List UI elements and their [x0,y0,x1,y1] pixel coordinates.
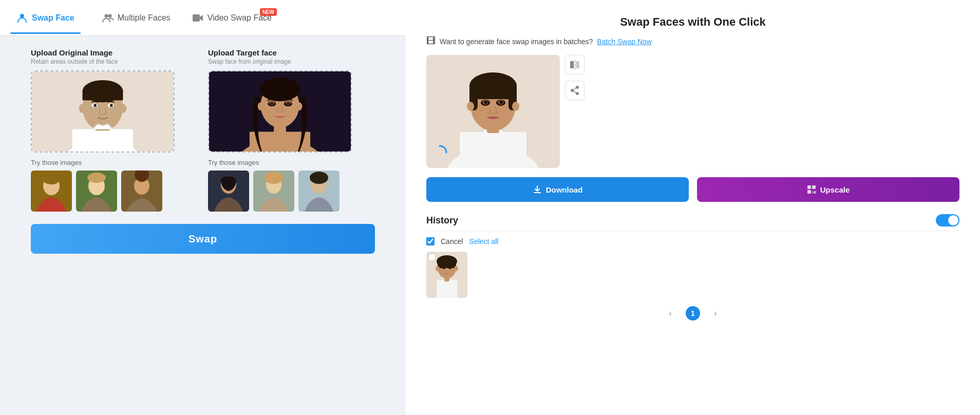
history-item-1[interactable] [426,252,467,298]
batch-icon: 🎞 [426,36,436,47]
svg-point-12 [120,104,127,113]
current-page: 1 [686,306,700,320]
upload-target-subtitle: Swap face from original image [208,58,375,65]
target-image-preview [209,70,351,153]
history-header: History [426,214,959,231]
svg-point-87 [436,266,440,271]
svg-point-90 [448,266,451,269]
upload-target-col: Upload Target face Swap face from origin… [208,48,375,212]
svg-point-88 [454,266,458,271]
svg-point-1 [104,14,108,17]
svg-point-31 [260,77,300,101]
svg-point-59 [467,102,474,111]
try-target-label: Try those images [208,159,375,166]
svg-rect-78 [812,185,816,189]
svg-point-41 [284,100,293,103]
swap-btn-wrap: Swap [0,212,406,266]
person-icon [16,12,28,24]
svg-point-19 [42,172,61,184]
original-image-preview [32,70,174,153]
svg-rect-68 [570,61,574,68]
history-cancel[interactable]: Cancel [441,237,463,246]
share-button[interactable] [565,81,585,100]
svg-rect-3 [193,14,200,22]
sample-target-3[interactable] [298,171,340,212]
batch-text: Want to generate face swap images in bat… [440,37,593,46]
svg-point-2 [108,14,111,17]
svg-point-11 [79,104,86,113]
svg-point-71 [576,86,579,89]
sample-original-3[interactable] [121,171,162,212]
batch-row: 🎞 Want to generate face swap images in b… [426,36,959,47]
next-page-button[interactable]: › [708,306,723,320]
svg-point-49 [310,172,328,184]
history-title: History [426,215,458,226]
svg-rect-86 [438,262,456,268]
svg-line-75 [574,91,576,93]
left-panel: Swap Face Multiple Faces Video Swap Fa [0,0,406,415]
upscale-button[interactable]: HD Upscale [697,177,959,202]
target-sample-images [208,171,375,212]
tab-swap-face-label: Swap Face [32,13,74,23]
right-panel: Swap Faces with One Click 🎞 Want to gene… [406,0,980,415]
tab-swap-face[interactable]: Swap Face [10,8,81,28]
upload-target-box[interactable] [208,70,352,153]
compare-button[interactable] [565,55,585,74]
tab-multiple-faces-label: Multiple Faces [118,13,171,23]
new-badge: NEW [260,8,277,16]
svg-line-74 [574,88,576,90]
svg-point-40 [267,100,276,103]
side-actions [565,55,585,100]
result-image-box [426,55,560,168]
video-icon [192,12,203,24]
upload-original-subtitle: Retain areas outside of the face [31,58,198,65]
svg-point-89 [442,266,445,269]
sample-original-1[interactable] [31,171,72,212]
tab-video-swap[interactable]: Video Swap Face NEW [192,12,272,24]
svg-point-60 [512,102,519,111]
svg-rect-10 [83,90,123,101]
try-original-label: Try those images [31,159,198,166]
action-buttons: Download HD Upscale [426,177,959,202]
svg-point-33 [296,102,303,110]
svg-rect-79 [807,190,811,194]
history-toggle[interactable] [936,214,959,227]
sample-target-1[interactable] [208,171,249,212]
batch-swap-link[interactable]: Batch Swap Now [597,37,652,46]
history-actions: Cancel Select all [426,237,959,246]
history-items-row [426,252,959,298]
upload-original-box[interactable] [31,70,175,153]
download-icon [533,185,542,194]
history-select-all[interactable]: Select all [469,237,499,246]
svg-rect-76 [534,192,541,193]
pagination: ‹ 1 › [426,306,959,320]
svg-text:HD: HD [812,191,816,194]
svg-point-72 [576,92,579,95]
svg-point-15 [93,104,97,107]
svg-point-16 [110,104,113,107]
svg-point-32 [258,102,264,110]
tab-multiple-faces[interactable]: Multiple Faces [96,8,177,28]
loading-spinner [431,144,448,163]
upload-target-title: Upload Target face [208,48,375,57]
download-button[interactable]: Download [426,177,689,202]
prev-page-button[interactable]: ‹ [663,306,677,320]
svg-point-65 [484,101,487,104]
svg-point-73 [571,89,574,92]
sample-target-2[interactable] [253,171,294,212]
result-area [426,55,959,168]
svg-rect-6 [72,129,133,153]
svg-rect-69 [576,61,579,68]
svg-rect-82 [437,280,457,298]
svg-point-0 [20,14,24,18]
original-sample-images [31,171,198,212]
multiple-people-icon [102,12,114,24]
history-select-checkbox[interactable] [426,237,435,246]
svg-rect-77 [807,185,811,189]
upload-original-title: Upload Original Image [31,48,198,57]
upload-original-col: Upload Original Image Retain areas outsi… [31,48,198,212]
sample-original-2[interactable] [76,171,117,212]
swap-button[interactable]: Swap [31,224,375,254]
history-item-check-1 [428,254,436,261]
tab-bar: Swap Face Multiple Faces Video Swap Fa [0,0,406,36]
